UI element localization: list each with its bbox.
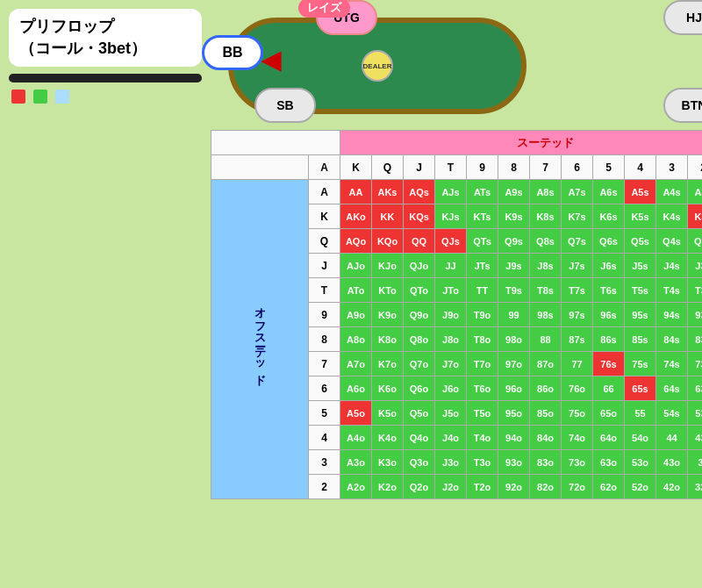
cell-7-8: 87o [530, 352, 562, 376]
cell-J-9: J9s [498, 254, 530, 278]
cell-4-3: 43s [688, 426, 703, 450]
cell-3-3: 33 [688, 450, 703, 475]
cell-K-9: K9s [498, 204, 530, 229]
cell-K-6: K6s [593, 204, 625, 229]
cell-K-T: KTs [467, 204, 498, 229]
cell-Q-J: QJs [435, 229, 467, 254]
row-header-4: 4 [309, 426, 340, 450]
cell-8-Q: Q8o [404, 327, 435, 352]
cell-A-6: A6s [593, 180, 625, 204]
cell-6-6: 66 [593, 376, 625, 401]
cell-7-5: 75s [625, 352, 656, 376]
col-header-5: 5 [593, 155, 625, 180]
cell-4-A: A4o [340, 426, 372, 450]
cell-K-K: KK [372, 204, 404, 229]
cell-T-8: T8s [530, 278, 562, 303]
cell-5-4: 54s [656, 401, 688, 426]
row-header-3: 3 [309, 450, 340, 475]
cell-J-4: J4s [656, 254, 688, 278]
offsuited-label: オフスーテッド [211, 180, 309, 499]
cell-J-6: J6s [593, 254, 625, 278]
col-header-7: 7 [530, 155, 562, 180]
row-header-Q: Q [309, 229, 340, 254]
cell-5-7: 75o [562, 401, 593, 426]
cell-6-4: 64s [656, 376, 688, 401]
row-header-7: 7 [309, 352, 340, 376]
cell-9-3: 93s [688, 303, 703, 327]
cell-4-9: 94o [498, 426, 530, 450]
col-header-2: 2 [688, 155, 703, 180]
col-header-A: A [309, 155, 340, 180]
cell-Q-6: Q6s [593, 229, 625, 254]
row-label-header [211, 155, 309, 180]
cell-A-3: A3s [688, 180, 703, 204]
cell-T-J: JTo [435, 278, 467, 303]
cell-4-J: J4o [435, 426, 467, 450]
cell-Q-A: AQo [340, 229, 372, 254]
cell-K-A: AKo [340, 204, 372, 229]
cell-K-8: K8s [530, 204, 562, 229]
cell-Q-9: Q9s [498, 229, 530, 254]
cell-6-K: K6o [372, 376, 404, 401]
cell-K-J: KJs [435, 204, 467, 229]
cell-A-4: A4s [656, 180, 688, 204]
row-header-A: A [309, 180, 340, 204]
cell-K-4: K4s [656, 204, 688, 229]
cell-8-8: 88 [530, 327, 562, 352]
cell-T-A: ATo [340, 278, 372, 303]
corner-cell [211, 131, 340, 155]
col-header-4: 4 [625, 155, 656, 180]
cell-Q-8: Q8s [530, 229, 562, 254]
cell-9-A: A9o [340, 303, 372, 327]
cell-Q-7: Q7s [562, 229, 593, 254]
cell-3-5: 53o [625, 450, 656, 475]
cell-J-8: J8s [530, 254, 562, 278]
cell-8-3: 83s [688, 327, 703, 352]
cell-7-6: 76s [593, 352, 625, 376]
cell-J-7: J7s [562, 254, 593, 278]
cell-5-8: 85o [530, 401, 562, 426]
col-header-9: 9 [467, 155, 498, 180]
cell-8-K: K8o [372, 327, 404, 352]
cell-2-3: 32o [688, 475, 703, 499]
col-header-Q: Q [372, 155, 404, 180]
row-header-6: 6 [309, 376, 340, 401]
cell-8-J: J8o [435, 327, 467, 352]
cell-J-J: JJ [435, 254, 467, 278]
cell-Q-Q: QQ [404, 229, 435, 254]
cell-6-A: A6o [340, 376, 372, 401]
cell-9-6: 96s [593, 303, 625, 327]
cell-4-T: T4o [467, 426, 498, 450]
cell-2-8: 82o [530, 475, 562, 499]
cell-A-Q: AQs [404, 180, 435, 204]
cell-2-J: J2o [435, 475, 467, 499]
cell-5-5: 55 [625, 401, 656, 426]
legend [9, 90, 202, 104]
cell-3-A: A3o [340, 450, 372, 475]
cell-2-5: 52o [625, 475, 656, 499]
cell-Q-K: KQo [372, 229, 404, 254]
cell-9-8: 98s [530, 303, 562, 327]
seat-bb: BB [202, 35, 263, 70]
cell-K-3: K3s [688, 204, 703, 229]
cell-9-5: 95s [625, 303, 656, 327]
cell-K-5: K5s [625, 204, 656, 229]
row-header-9: 9 [309, 303, 340, 327]
cell-T-3: T3s [688, 278, 703, 303]
cell-5-6: 65o [593, 401, 625, 426]
cell-7-K: K7o [372, 352, 404, 376]
cell-7-Q: Q7o [404, 352, 435, 376]
cell-Q-3: Q3s [688, 229, 703, 254]
cell-K-7: K7s [562, 204, 593, 229]
cell-2-4: 42o [656, 475, 688, 499]
cell-A-J: AJs [435, 180, 467, 204]
cell-T-4: T4s [656, 278, 688, 303]
cell-3-9: 93o [498, 450, 530, 475]
cell-A-T: ATs [467, 180, 498, 204]
col-header-J: J [404, 155, 435, 180]
cell-5-9: 95o [498, 401, 530, 426]
cell-2-A: A2o [340, 475, 372, 499]
cell-J-K: KJo [372, 254, 404, 278]
cell-A-A: AA [340, 180, 372, 204]
cell-A-9: A9s [498, 180, 530, 204]
